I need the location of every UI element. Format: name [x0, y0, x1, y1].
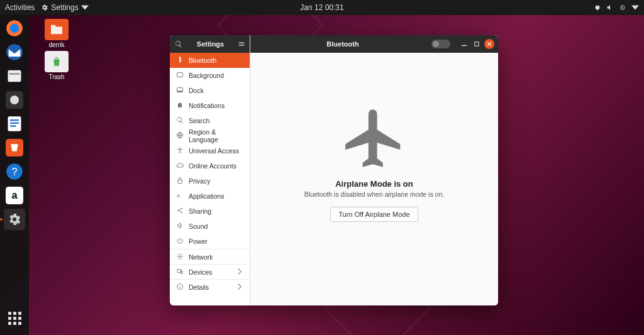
sidebar-item-network[interactable]: Network [170, 249, 250, 264]
sidebar-item-power[interactable]: Power [170, 234, 250, 249]
dock-help[interactable]: ? [4, 161, 25, 182]
clock[interactable]: Jan 12 00:31 [300, 3, 343, 12]
sidebar-item-dock[interactable]: Dock [170, 83, 250, 98]
turn-off-airplane-button[interactable]: Turn Off Airplane Mode [330, 207, 418, 222]
top-bar: Activities Settings Jan 12 00:31 [0, 0, 644, 15]
svg-point-20 [179, 148, 180, 149]
dock-software[interactable] [4, 137, 25, 158]
svg-point-24 [181, 208, 182, 209]
power-icon[interactable] [619, 4, 626, 11]
sidebar-header: Settings [170, 35, 250, 53]
svg-rect-4 [9, 73, 19, 74]
sidebar-title: Settings [187, 40, 233, 48]
sidebar-item-sound[interactable]: Sound [170, 219, 250, 234]
desktop-trash[interactable]: Trash [35, 51, 79, 80]
dock-icon [176, 86, 184, 95]
svg-rect-10 [10, 125, 16, 126]
sidebar-item-universal-access[interactable]: Universal Access [170, 143, 250, 158]
sidebar-item-label: Network [189, 253, 213, 261]
dock: ? a [0, 15, 29, 335]
sidebar-item-label: Bluetooth [189, 57, 216, 64]
sidebar-item-background[interactable]: Background [170, 68, 250, 83]
main-content: Airplane Mode is on Bluetooth is disable… [250, 53, 498, 305]
sidebar-item-label: Search [189, 117, 209, 124]
sidebar-item-label: Devices [189, 268, 212, 276]
message-title: Airplane Mode is on [335, 179, 413, 189]
sidebar-item-label: Dock [189, 87, 204, 94]
sidebar-item-label: Notifications [189, 102, 225, 109]
bluetooth-icon [176, 56, 184, 65]
chevron-down-icon[interactable] [631, 4, 639, 11]
globe-icon [176, 131, 184, 140]
apps-icon: A [176, 192, 184, 200]
sidebar-item-devices[interactable]: Devices [170, 264, 250, 279]
svg-rect-31 [475, 42, 479, 46]
sidebar-item-label: Privacy [189, 177, 210, 185]
sidebar-item-applications[interactable]: AApplications [170, 189, 250, 204]
sidebar-item-sharing[interactable]: Sharing [170, 204, 250, 219]
svg-point-1 [10, 24, 19, 33]
svg-text:a: a [11, 189, 18, 200]
lock-icon [176, 177, 184, 185]
dock-amazon[interactable]: a [4, 185, 25, 206]
sidebar-item-region-language[interactable]: Region & Language [170, 128, 250, 143]
sidebar-item-label: Applications [189, 192, 225, 200]
svg-rect-21 [178, 180, 182, 184]
message-subtitle: Bluetooth is disabled when airplane mode… [304, 190, 444, 198]
svg-text:?: ? [11, 166, 17, 177]
accessibility-icon [176, 146, 184, 155]
sidebar-item-notifications[interactable]: Notifications [170, 98, 250, 113]
devices-icon [176, 268, 184, 277]
sidebar-item-label: Online Accounts [189, 162, 236, 170]
bluetooth-toggle[interactable] [431, 40, 450, 48]
svg-point-6 [10, 96, 19, 104]
sidebar-item-online-accounts[interactable]: Online Accounts [170, 158, 250, 173]
dock-rhythmbox[interactable] [4, 89, 25, 111]
svg-text:A: A [177, 193, 180, 199]
main-header: Bluetooth [250, 35, 498, 53]
sidebar-item-label: Region & Language [189, 128, 243, 143]
sidebar-list: BluetoothBackgroundDockNotificationsSear… [170, 53, 250, 305]
sidebar-item-label: Details [189, 283, 209, 291]
close-button[interactable] [484, 39, 494, 49]
svg-point-25 [181, 212, 182, 213]
desktop-icons: derrik Trash [35, 19, 79, 80]
network-icon[interactable] [594, 4, 601, 11]
show-applications-button[interactable] [4, 307, 25, 329]
sidebar-item-privacy[interactable]: Privacy [170, 173, 250, 189]
svg-point-23 [177, 210, 179, 211]
svg-rect-30 [462, 45, 467, 47]
minimize-button[interactable] [459, 39, 469, 49]
share-icon [176, 207, 184, 216]
sidebar-item-search[interactable]: Search [170, 113, 250, 128]
sidebar-search-button[interactable] [170, 40, 187, 48]
dock-files[interactable] [4, 65, 25, 87]
sidebar-item-details[interactable]: Details [170, 279, 250, 294]
details-icon [176, 283, 184, 292]
svg-rect-8 [10, 119, 19, 121]
sidebar-item-label: Power [189, 238, 208, 245]
dock-settings[interactable] [4, 209, 25, 230]
dock-thunderbird[interactable] [4, 41, 25, 63]
maximize-button[interactable] [472, 39, 482, 49]
settings-window: Settings BluetoothBackgroundDockNotifica… [170, 35, 498, 305]
settings-main: Bluetooth Airplane Mode is on Bluetooth … [250, 35, 498, 305]
sound-icon [176, 222, 184, 231]
dock-writer[interactable] [4, 113, 25, 135]
svg-rect-9 [10, 123, 19, 124]
power-icon [176, 237, 184, 246]
background-icon [176, 71, 184, 80]
volume-icon[interactable] [606, 4, 614, 11]
desktop-folder-derrik[interactable]: derrik [35, 19, 79, 48]
notifications-icon [176, 101, 184, 110]
dock-firefox[interactable] [4, 18, 25, 39]
activities-button[interactable]: Activities [5, 3, 35, 12]
sidebar-menu-button[interactable] [233, 40, 250, 48]
main-title: Bluetooth [254, 40, 431, 48]
svg-point-26 [179, 255, 181, 257]
settings-sidebar: Settings BluetoothBackgroundDockNotifica… [170, 35, 250, 305]
app-menu[interactable]: Settings [41, 3, 88, 12]
network-icon [176, 253, 184, 261]
svg-rect-3 [8, 70, 21, 82]
sidebar-item-bluetooth[interactable]: Bluetooth [170, 53, 250, 68]
